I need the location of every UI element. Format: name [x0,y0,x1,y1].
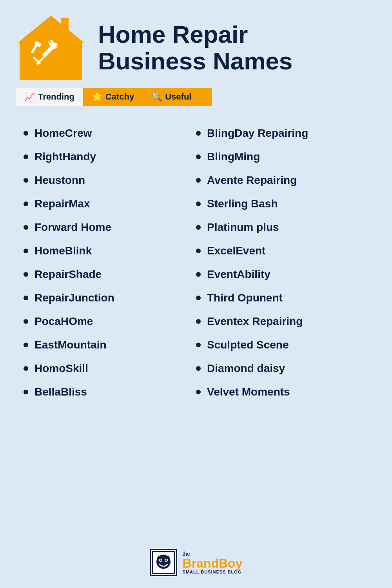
bullet-icon [24,154,28,159]
list-item: EventAbility [196,263,368,286]
business-name: Diamond daisy [207,362,285,375]
brandboy-text: the BrandBoy SMALL BUSINESS BLOG [183,551,243,574]
bullet-icon [196,296,201,300]
business-name: ExcelEvent [207,245,265,257]
business-name: RightHandy [34,151,96,163]
trending-label: Trending [38,92,74,102]
business-name: HomoSkill [34,362,88,375]
business-name: Forward Home [34,221,111,234]
business-name: Sculpted Scene [207,339,289,351]
list-item: HomeCrew [24,122,196,145]
tag-accent-bar [200,88,212,106]
bullet-icon [24,249,28,253]
bullet-icon [24,178,28,183]
list-item: Sculpted Scene [196,333,368,357]
catchy-label: Catchy [105,92,134,102]
list-item: Avente Repairing [196,169,368,192]
business-name: HomeCrew [34,127,92,140]
left-column: HomeCrewRightHandyHeustonnRepairMaxForwa… [24,122,196,404]
svg-point-14 [160,559,162,561]
bullet-icon [24,201,28,206]
business-name: Velvet Moments [207,386,290,398]
business-name: Third Opunent [207,292,283,304]
bullet-icon [24,272,28,277]
list-item: BlingDay Repairing [196,122,368,145]
footer: the BrandBoy SMALL BUSINESS BLOG [150,541,243,588]
useful-icon: 🔍 [151,92,162,102]
bullet-icon [196,225,201,230]
business-name: Sterling Bash [207,198,278,210]
bullet-icon [196,249,201,253]
bullet-icon [196,272,201,277]
page-title: Home Repair Business Names [98,21,292,74]
bullet-icon [24,131,28,136]
tag-useful[interactable]: 🔍 Useful [143,88,200,106]
business-name: RepairJunction [34,292,114,304]
list-item: Diamond daisy [196,357,368,380]
names-section: HomeCrewRightHandyHeustonnRepairMaxForwa… [0,114,392,412]
bullet-icon [196,390,201,394]
catchy-icon: ⭐ [92,92,102,102]
list-item: EastMountain [24,333,196,357]
business-name: BlingMing [207,151,260,163]
business-name: Platinum plus [207,221,279,234]
list-item: BellaBliss [24,380,196,404]
right-column: BlingDay RepairingBlingMingAvente Repair… [196,122,368,404]
header-section: Home Repair Business Names [0,0,392,88]
list-item: Heustonn [24,169,196,192]
bullet-icon [24,296,28,300]
list-item: Sterling Bash [196,192,368,216]
bullet-icon [196,343,201,347]
brand-name: BrandBoy [183,557,243,570]
bullet-icon [24,225,28,230]
list-item: RepairMax [24,192,196,216]
list-item: Forward Home [24,216,196,239]
list-item: BlingMing [196,145,368,169]
useful-label: Useful [165,92,191,102]
bullet-icon [196,319,201,324]
bullet-icon [196,201,201,206]
business-name: EventAbility [207,268,270,281]
tag-trending[interactable]: 📈 Trending [16,88,83,106]
bullet-icon [24,343,28,347]
bullet-icon [24,366,28,371]
list-item: Velvet Moments [196,380,368,404]
list-item: HomeBlink [24,239,196,263]
business-name: RepairMax [34,198,90,210]
business-name: BellaBliss [34,386,87,398]
list-item: HomoSkill [24,357,196,380]
tags-bar: 📈 Trending ⭐ Catchy 🔍 Useful [0,88,392,114]
list-item: Eventex Repairing [196,310,368,333]
list-item: RightHandy [24,145,196,169]
list-item: PocaHOme [24,310,196,333]
bullet-icon [196,178,201,183]
house-logo [16,12,86,84]
list-item: Third Opunent [196,286,368,310]
bullet-icon [196,154,201,159]
business-name: Heustonn [34,174,85,187]
brandboy-logo-icon [150,549,177,576]
bullet-icon [196,366,201,371]
bullet-icon [196,131,201,136]
business-name: RepairShade [34,268,102,281]
svg-point-15 [165,559,167,561]
business-name: Avente Repairing [207,174,297,187]
business-name: HomeBlink [34,245,92,257]
sub-label: SMALL BUSINESS BLOG [183,570,243,574]
list-item: RepairJunction [24,286,196,310]
list-item: RepairShade [24,263,196,286]
bullet-icon [24,319,28,324]
list-item: Platinum plus [196,216,368,239]
business-name: PocaHOme [34,315,93,328]
list-item: ExcelEvent [196,239,368,263]
business-name: Eventex Repairing [207,315,303,328]
bullet-icon [24,390,28,394]
svg-rect-2 [61,18,69,31]
tag-catchy[interactable]: ⭐ Catchy [83,88,143,106]
trending-icon: 📈 [24,92,35,102]
business-name: EastMountain [34,339,107,351]
business-name: BlingDay Repairing [207,127,308,140]
